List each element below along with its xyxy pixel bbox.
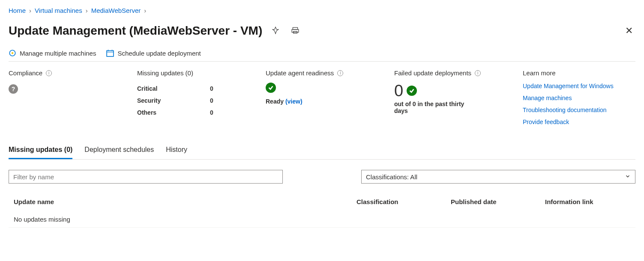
table-row: Critical 0 [137,83,249,95]
tabbar: Missing updates (0) Deployment schedules… [9,142,635,160]
col-information-link[interactable]: Information link [545,198,630,205]
row-label: Critical [137,83,167,95]
card-heading: Missing updates (0) [137,69,249,77]
learn-more-card: Learn more Update Management for Windows… [523,69,635,125]
learn-more-heading: Learn more [523,69,556,77]
tab-deployment-schedules[interactable]: Deployment schedules [84,142,154,159]
toolbar-label: Schedule update deployment [117,50,201,57]
schedule-update-deployment-button[interactable]: Schedule update deployment [106,49,201,57]
failed-count-row: 0 [394,83,506,99]
breadcrumb-mediawebserver[interactable]: MediaWebServer [91,7,141,14]
col-classification[interactable]: Classification [356,198,451,205]
row-label: Others [137,107,167,119]
print-button[interactable] [289,24,302,38]
close-button[interactable]: ✕ [623,23,635,39]
close-icon: ✕ [625,25,633,36]
agent-view-link[interactable]: (view) [285,98,303,105]
agent-readiness-heading: Update agent readiness [266,69,334,77]
pin-button[interactable] [269,24,282,38]
check-icon [266,83,276,93]
dropdown-label: Classifications: All [366,173,417,181]
breadcrumb: Home › Virtual machines › MediaWebServer… [9,7,635,14]
card-heading: Compliance i [9,69,120,77]
pin-icon [272,27,279,36]
svg-point-4 [12,52,14,54]
failed-deployments-card: Failed update deployments i 0 out of 0 i… [394,69,506,125]
svg-rect-0 [293,27,298,30]
breadcrumb-virtual-machines[interactable]: Virtual machines [35,7,82,14]
table-header-row: Update name Classification Published dat… [9,194,635,211]
col-published-date[interactable]: Published date [451,198,545,205]
missing-updates-card: Missing updates (0) Critical 0 Security … [137,69,249,125]
updates-table: Update name Classification Published dat… [9,194,635,228]
check-icon [407,86,417,96]
page-header: Update Management (MediaWebServer - VM) … [9,23,635,39]
breadcrumb-home[interactable]: Home [9,7,26,14]
link-manage-machines[interactable]: Manage machines [523,95,635,101]
print-icon [291,27,299,36]
row-label: Security [137,95,167,107]
chevron-right-icon: › [144,7,146,14]
info-icon[interactable]: i [475,70,481,76]
row-value: 0 [210,107,213,119]
calendar-icon [106,49,114,57]
svg-rect-5 [107,50,114,56]
table-row: Security 0 [137,95,249,107]
failed-deployments-heading: Failed update deployments [394,69,471,77]
agent-status-text: Ready [266,98,284,105]
compliance-heading: Compliance [9,69,42,77]
row-value: 0 [210,83,213,95]
card-heading: Learn more [523,69,635,77]
toolbar: Manage multiple machines Schedule update… [9,49,635,62]
card-heading: Failed update deployments i [394,69,506,77]
link-provide-feedback[interactable]: Provide feedback [523,119,635,125]
table-empty-row: No updates missing [9,211,635,228]
chevron-down-icon [625,173,631,181]
filter-by-name-input[interactable] [9,170,283,184]
tab-history[interactable]: History [166,142,187,159]
classifications-dropdown[interactable]: Classifications: All [361,170,635,184]
manage-multiple-machines-button[interactable]: Manage multiple machines [9,49,96,57]
failed-count: 0 [394,83,403,99]
agent-readiness-card: Update agent readiness i Ready (view) [266,69,377,125]
page-title: Update Management (MediaWebServer - VM) [9,24,262,38]
link-troubleshooting-docs[interactable]: Troubleshooting documentation [523,107,635,113]
svg-rect-1 [292,29,299,32]
tab-missing-updates[interactable]: Missing updates (0) [9,142,72,159]
summary-row: Compliance i ? Missing updates (0) Criti… [9,69,635,125]
missing-updates-heading: Missing updates (0) [137,69,193,77]
gear-icon [9,49,16,57]
info-icon[interactable]: i [337,70,343,76]
row-value: 0 [210,95,213,107]
col-update-name[interactable]: Update name [14,198,356,205]
info-icon[interactable]: i [46,70,52,76]
compliance-card: Compliance i ? [9,69,120,125]
question-icon: ? [9,84,18,94]
card-heading: Update agent readiness i [266,69,377,77]
agent-status: Ready (view) [266,98,377,105]
toolbar-label: Manage multiple machines [20,50,96,57]
failed-subtext: out of 0 in the past thirty days [394,101,476,114]
chevron-right-icon: › [29,7,31,14]
chevron-right-icon: › [86,7,88,14]
link-update-management-windows[interactable]: Update Management for Windows [523,83,635,89]
filter-row: Classifications: All [9,170,635,184]
table-row: Others 0 [137,107,249,119]
missing-updates-table: Critical 0 Security 0 Others 0 [137,83,249,119]
learn-more-links: Update Management for Windows Manage mac… [523,83,635,125]
